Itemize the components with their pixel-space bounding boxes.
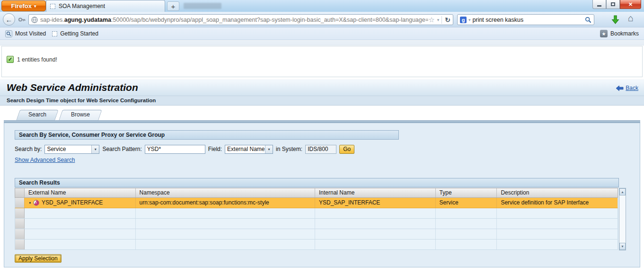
go-button[interactable]: Go [339, 145, 354, 154]
chevron-down-icon: ▾ [91, 145, 99, 153]
firefox-menu-button[interactable]: Firefox ▾ [1, 0, 46, 11]
back-button[interactable]: ← [3, 13, 15, 26]
page-header: Web Service Administration Back [0, 80, 644, 96]
search-bar[interactable]: g ▾ print screen kaskus [457, 14, 594, 25]
column-header[interactable]: Namespace [136, 188, 315, 197]
cell-empty [25, 219, 136, 229]
service-icon [33, 200, 39, 206]
results-section-title: Search Results [15, 178, 619, 187]
window-controls: ✕ [592, 0, 641, 9]
cell-empty [436, 208, 497, 218]
cell-empty [25, 240, 136, 249]
chevron-down-icon: ▾ [34, 4, 36, 9]
cell-empty [136, 229, 315, 239]
back-link-label: Back [626, 85, 638, 91]
bookmark-most-visited[interactable]: Most Visited [4, 29, 47, 38]
url-dropdown-icon[interactable]: ▾ [437, 18, 440, 22]
back-link[interactable]: Back [616, 85, 638, 91]
redacted-text-blur [184, 3, 221, 9]
magnifier-icon[interactable] [585, 17, 591, 23]
row-selector-cell[interactable] [15, 198, 25, 208]
cell-empty [436, 240, 497, 249]
table-row-empty [15, 240, 618, 250]
cell-empty [136, 240, 315, 249]
urlbar-icons: ☆ ▾ ↻ [428, 16, 450, 24]
cell-empty [315, 229, 436, 239]
search-engine-dropdown-icon[interactable]: ▾ [468, 18, 471, 22]
column-header[interactable]: Description [497, 188, 618, 197]
cell-empty [315, 208, 436, 218]
search-by-select[interactable]: Service ▾ [44, 145, 99, 154]
chevron-down-icon: ▾ [265, 145, 273, 153]
cell-empty [315, 240, 436, 249]
back-arrow-icon [616, 85, 624, 91]
pattern-input[interactable] [145, 145, 205, 154]
results-table: External NameNamespaceInternal NameTypeD… [15, 188, 626, 250]
cell-empty [436, 219, 497, 229]
view-tabs: Search Browse [18, 110, 104, 120]
cell-empty [136, 208, 315, 218]
scroll-up-button[interactable]: ▲ [619, 188, 626, 195]
url-text[interactable]: sap-ides.agung.yudatama:50000/sap/bc/web… [40, 17, 428, 23]
firefox-menu-label: Firefox [11, 2, 32, 9]
close-button[interactable]: ✕ [620, 0, 641, 9]
search-input[interactable]: print screen kaskus [473, 17, 583, 23]
success-check-icon: ✓ [7, 56, 14, 63]
advanced-search-link[interactable]: Show Advanced Search [15, 157, 75, 163]
column-header[interactable]: Internal Name [315, 188, 436, 197]
column-header[interactable]: External Name [25, 188, 136, 197]
cell-empty [25, 229, 136, 239]
tab-search[interactable]: Search [18, 110, 57, 120]
table-row-empty [15, 208, 618, 219]
table-scrollbar[interactable]: ▲ ▼ [619, 188, 626, 250]
search-panel: Search By Service, Consumer Proxy or Ser… [4, 123, 640, 267]
scroll-down-button[interactable]: ▼ [619, 243, 626, 250]
tab-browse[interactable]: Browse [61, 110, 100, 120]
restore-button[interactable] [606, 0, 620, 9]
table-row-empty [15, 229, 618, 240]
field-select[interactable]: External Name ▾ [225, 145, 273, 154]
browser-tab[interactable]: SOA Management [46, 0, 165, 12]
most-visited-icon [5, 30, 12, 37]
pattern-label: Search Pattern: [102, 146, 141, 152]
home-icon[interactable]: ⌂ [628, 14, 634, 22]
minimize-button[interactable] [592, 0, 606, 9]
cell-empty [497, 229, 618, 239]
cell-description: Service definition for SAP Interface [497, 198, 618, 208]
cell-namespace: urn:sap-com:document:sap:soap:functions:… [136, 198, 315, 208]
row-selector-cell[interactable] [15, 208, 25, 218]
minimize-icon [597, 5, 601, 7]
most-visited-label: Most Visited [15, 30, 46, 37]
field-label: Field: [208, 146, 222, 152]
cell-external-name: YSD_SAP_INTERFACE [25, 198, 136, 208]
url-bar[interactable]: sap-ides.agung.yudatama:50000/sap/bc/web… [28, 14, 453, 25]
cell-empty [315, 219, 436, 229]
cell-empty [497, 240, 618, 249]
page-title: Web Service Administration [7, 82, 138, 93]
column-header[interactable]: Type [436, 188, 497, 197]
download-icon[interactable] [611, 15, 619, 24]
bookmarks-menu-button[interactable]: ★ Bookmarks [599, 29, 640, 38]
column-header-selector [15, 188, 25, 197]
cell-empty [436, 229, 497, 239]
system-input[interactable] [305, 145, 336, 154]
cell-empty [25, 208, 136, 218]
row-selector-cell[interactable] [15, 229, 25, 239]
cell-empty [136, 219, 315, 229]
table-row[interactable]: YSD_SAP_INTERFACEurn:sap-com:document:sa… [15, 198, 618, 208]
getting-started-label: Getting Started [60, 30, 98, 37]
apply-selection-button[interactable]: Apply Selection [15, 254, 62, 263]
key-icon[interactable] [18, 16, 26, 26]
table-row-empty [15, 219, 618, 229]
browser-window: Firefox ▾ SOA Management + ✕ ← sap-ides.… [0, 0, 644, 275]
search-form-row: Search by: Service ▾ Search Pattern: Fie… [15, 144, 354, 154]
row-selector-cell[interactable] [15, 219, 25, 229]
bookmarks-label: Bookmarks [610, 30, 639, 37]
new-tab-button[interactable]: + [167, 1, 179, 11]
bookmark-getting-started[interactable]: Getting Started [51, 29, 100, 38]
cell-empty [497, 208, 618, 218]
row-selector-cell[interactable] [15, 240, 25, 249]
reload-icon[interactable]: ↻ [441, 16, 450, 24]
bookmark-star-icon[interactable]: ☆ [428, 16, 434, 24]
globe-icon [31, 17, 38, 23]
